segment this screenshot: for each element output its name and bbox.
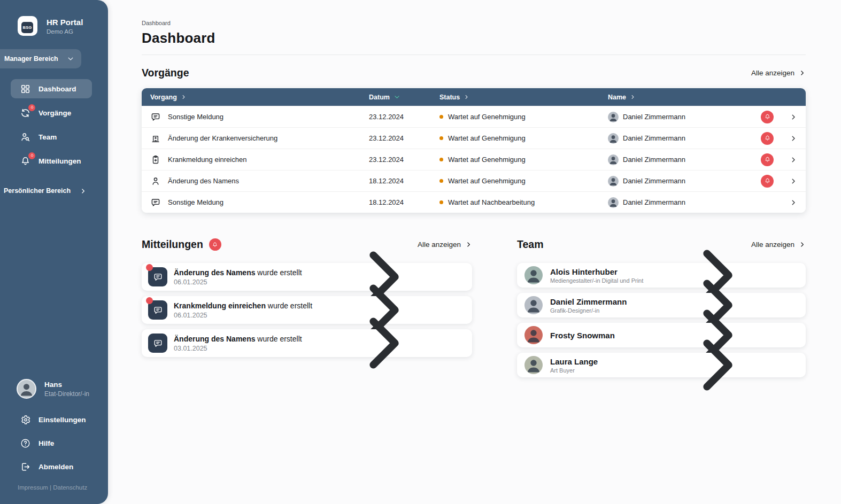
area-switcher-button[interactable]: Manager Bereich bbox=[0, 49, 81, 68]
page-title: Dashboard bbox=[142, 30, 806, 46]
datum-cell: 23.12.2024 bbox=[369, 134, 439, 142]
person-name: Daniel Zimmermann bbox=[623, 177, 685, 185]
personal-area-button[interactable]: Persönlicher Bereich bbox=[4, 187, 87, 195]
row-chevron[interactable] bbox=[784, 113, 797, 121]
sidebar-item-einstellungen[interactable]: Einstellungen bbox=[11, 410, 96, 429]
column-label: Vorgang bbox=[150, 94, 177, 101]
card-chevron[interactable] bbox=[303, 303, 464, 383]
mitteilung-card[interactable]: Änderung des Namens wurde erstellt 03.01… bbox=[142, 329, 472, 357]
alert-bell-badge[interactable] bbox=[761, 111, 774, 123]
table-row[interactable]: Änderung der Krankenversicherung 23.12.2… bbox=[142, 127, 806, 149]
sort-chevron-right-icon bbox=[630, 94, 636, 100]
alert-bell-badge[interactable] bbox=[761, 153, 774, 166]
chevron-down-icon bbox=[67, 55, 74, 63]
app-subtitle: Demo AG bbox=[47, 28, 83, 35]
sidebar-item-label: Mitteilungen bbox=[38, 157, 81, 165]
unread-dot bbox=[146, 297, 153, 304]
alert-bell-badge[interactable] bbox=[761, 132, 774, 145]
legal-links[interactable]: Impressum | Datenschutz bbox=[18, 484, 87, 491]
sidebar-item-label: Dashboard bbox=[38, 85, 76, 93]
bell-icon bbox=[20, 156, 31, 167]
hospital-icon bbox=[150, 133, 161, 144]
current-user[interactable]: Hans Etat-Direktor/-in bbox=[17, 379, 89, 399]
row-chevron[interactable] bbox=[784, 156, 797, 164]
card-chevron[interactable] bbox=[637, 325, 797, 405]
status-label: Wartet auf Genehmigung bbox=[448, 113, 526, 121]
avatar bbox=[524, 326, 543, 344]
member-role: Mediengestalter/-in Digital und Print bbox=[550, 277, 643, 284]
team-heading: Team bbox=[517, 238, 544, 251]
user-role: Etat-Direktor/-in bbox=[44, 390, 89, 398]
table-row[interactable]: Sonstige Meldung 23.12.2024 Wartet auf G… bbox=[142, 106, 806, 127]
column-label: Status bbox=[439, 94, 460, 101]
column-header-datum[interactable]: Datum bbox=[369, 94, 439, 101]
member-role: Art Buyer bbox=[550, 367, 598, 374]
avatar bbox=[608, 133, 619, 144]
team-section: Team Alle anzeigen Alois Hinterhuber Med… bbox=[517, 238, 806, 377]
table-row[interactable]: Änderung des Namens 18.12.2024 Wartet au… bbox=[142, 170, 806, 191]
sync-icon bbox=[20, 107, 31, 119]
sidebar-item-label: Hilfe bbox=[38, 439, 54, 447]
column-label: Name bbox=[608, 94, 626, 101]
person-name: Daniel Zimmermann bbox=[623, 113, 685, 121]
sidebar-item-hilfe[interactable]: Hilfe bbox=[11, 433, 96, 453]
area-switcher-label: Manager Bereich bbox=[4, 55, 58, 63]
clipboard-icon bbox=[150, 154, 161, 165]
column-header-status[interactable]: Status bbox=[439, 94, 608, 101]
person-name: Daniel Zimmermann bbox=[623, 156, 685, 164]
status-cell: Wartet auf Genehmigung bbox=[439, 177, 608, 185]
table-row[interactable]: Krankmeldung einreichen 23.12.2024 Warte… bbox=[142, 149, 806, 170]
help-icon bbox=[20, 438, 31, 449]
app-logo: BSG bbox=[18, 16, 37, 36]
chevron-right-icon bbox=[637, 325, 797, 405]
name-cell: Daniel Zimmermann bbox=[608, 154, 761, 165]
status-dot bbox=[439, 200, 443, 204]
alert-bell-badge[interactable] bbox=[761, 175, 774, 188]
sidebar-item-abmelden[interactable]: Abmelden bbox=[11, 457, 96, 476]
vorgang-cell: Änderung der Krankenversicherung bbox=[150, 133, 369, 144]
chevron-right-icon bbox=[790, 199, 797, 206]
row-chevron[interactable] bbox=[784, 199, 797, 206]
vorgang-cell: Krankmeldung einreichen bbox=[150, 154, 369, 165]
user-name: Hans bbox=[44, 381, 89, 389]
name-cell: Daniel Zimmermann bbox=[608, 176, 761, 187]
member-role: Grafik-Designer/-in bbox=[550, 307, 627, 314]
app-logo-text: BSG bbox=[21, 22, 33, 33]
personal-area-label: Persönlicher Bereich bbox=[4, 187, 71, 195]
avatar bbox=[608, 176, 619, 187]
column-header-name[interactable]: Name bbox=[608, 94, 761, 101]
sidebar-item-team[interactable]: Team bbox=[11, 127, 92, 146]
row-chevron[interactable] bbox=[784, 135, 797, 142]
team-member-card[interactable]: Laura Lange Art Buyer bbox=[517, 353, 806, 377]
sort-chevron-right-icon bbox=[464, 94, 469, 100]
column-header-vorgang[interactable]: Vorgang bbox=[150, 94, 369, 101]
alert-cell bbox=[761, 111, 784, 123]
vorgang-cell: Änderung des Namens bbox=[150, 176, 369, 187]
table-row[interactable]: Sonstige Meldung 18.12.2024 Wartet auf N… bbox=[142, 191, 806, 213]
gear-icon bbox=[20, 414, 31, 425]
sidebar-item-vorgaenge[interactable]: Vorgänge bbox=[11, 103, 92, 122]
member-name: Alois Hinterhuber bbox=[550, 267, 643, 276]
heading-label: Mitteilungen bbox=[142, 238, 203, 251]
sidebar-item-mitteilungen[interactable]: Mitteilungen bbox=[11, 151, 92, 170]
vorgaenge-section-head: Vorgänge Alle anzeigen bbox=[142, 67, 806, 79]
sidebar-item-dashboard[interactable]: Dashboard bbox=[11, 79, 92, 98]
chevron-right-icon bbox=[465, 241, 472, 248]
grid-icon bbox=[20, 83, 31, 95]
app-logo-row: BSG HR Portal Demo AG bbox=[18, 16, 83, 36]
status-label: Wartet auf Genehmigung bbox=[448, 156, 526, 164]
message-icon bbox=[150, 197, 161, 208]
view-all-label: Alle anzeigen bbox=[751, 69, 794, 77]
status-cell: Wartet auf Genehmigung bbox=[439, 156, 608, 164]
member-name: Frosty Snowman bbox=[550, 331, 615, 340]
message-icon bbox=[150, 112, 161, 122]
status-label: Wartet auf Genehmigung bbox=[448, 134, 526, 142]
row-chevron[interactable] bbox=[784, 177, 797, 185]
sidebar-item-label: Vorgänge bbox=[38, 109, 71, 117]
alert-cell bbox=[761, 132, 784, 145]
vorgaenge-view-all-link[interactable]: Alle anzeigen bbox=[751, 69, 806, 77]
vorgaenge-table: Vorgang Datum Status Name bbox=[142, 88, 806, 213]
status-cell: Wartet auf Genehmigung bbox=[439, 113, 608, 121]
name-cell: Daniel Zimmermann bbox=[608, 112, 761, 122]
status-dot bbox=[439, 115, 443, 119]
